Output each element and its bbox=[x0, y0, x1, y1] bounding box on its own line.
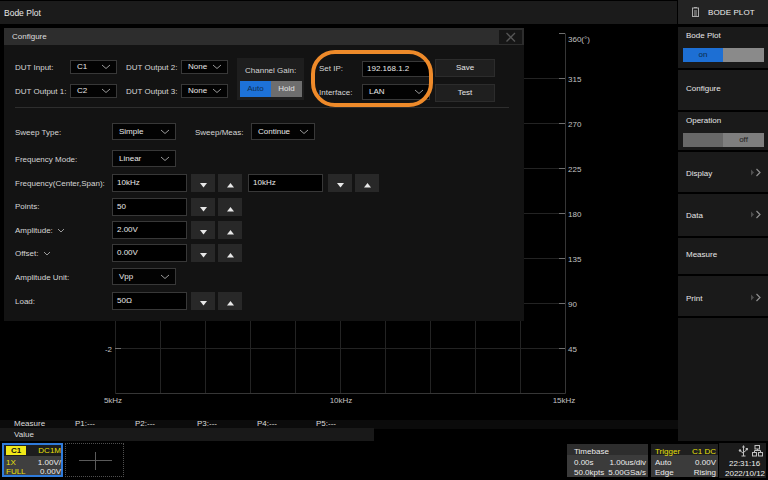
svg-text:5kHz: 5kHz bbox=[104, 396, 122, 405]
svg-text:15kHz: 15kHz bbox=[553, 396, 576, 405]
svg-text:360(°): 360(°) bbox=[568, 35, 590, 44]
svg-text:45: 45 bbox=[568, 345, 577, 354]
svg-text:225: 225 bbox=[568, 165, 582, 174]
svg-text:180: 180 bbox=[568, 210, 582, 219]
svg-text:135: 135 bbox=[568, 255, 582, 264]
svg-text:90: 90 bbox=[568, 300, 577, 309]
svg-text:270: 270 bbox=[568, 120, 582, 129]
svg-text:315: 315 bbox=[568, 75, 582, 84]
svg-text:-2: -2 bbox=[105, 345, 113, 354]
svg-text:10kHz: 10kHz bbox=[330, 396, 353, 405]
